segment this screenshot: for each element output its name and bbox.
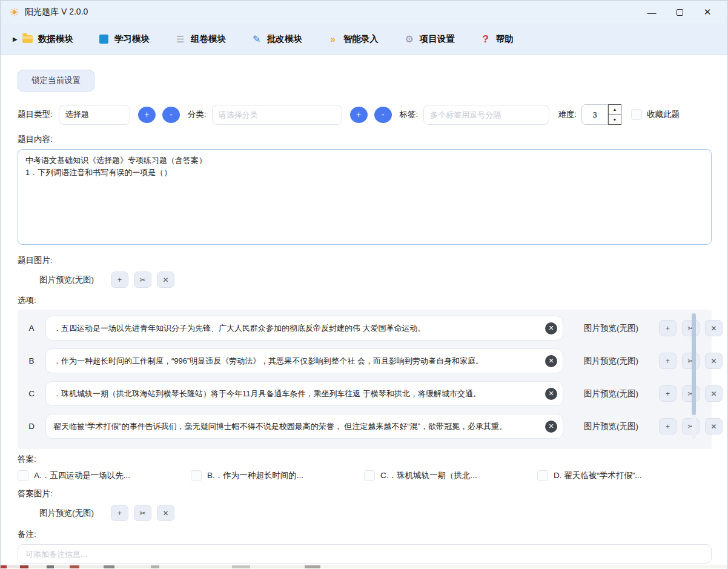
- crop-option-d-image-button[interactable]: ✂: [682, 418, 700, 434]
- title-bar: ☀ 阳光题库 V 2.0.0 — ✕: [1, 1, 727, 24]
- nav-item-data-module[interactable]: 数据模块: [22, 33, 73, 45]
- folder-icon: [22, 35, 33, 43]
- favorite-checkbox[interactable]: [631, 109, 642, 120]
- answer-a-checkbox[interactable]: [18, 470, 28, 481]
- lock-settings-button[interactable]: 锁定当前设置: [18, 70, 94, 92]
- option-b-image-preview: 图片预览(无图): [563, 356, 659, 367]
- add-answer-image-button[interactable]: +: [111, 505, 128, 521]
- difficulty-label: 难度:: [558, 109, 577, 120]
- remove-category-button[interactable]: -: [374, 107, 392, 123]
- option-a-image-preview: 图片预览(无图): [563, 323, 659, 334]
- nav-label: 数据模块: [38, 33, 73, 45]
- option-d-input[interactable]: [45, 414, 563, 439]
- option-c-input[interactable]: [45, 381, 563, 406]
- answer-image-preview: 图片预览(无图): [39, 508, 94, 519]
- answer-label: 答案:: [18, 454, 710, 465]
- option-d-image-preview: 图片预览(无图): [563, 421, 659, 432]
- clear-option-a-icon[interactable]: ✕: [545, 322, 557, 334]
- remark-label: 备注:: [18, 529, 710, 540]
- question-image-preview: 图片预览(无图): [39, 275, 94, 285]
- option-row-b: B ✕ 图片预览(无图) + ✂ ✕: [18, 347, 712, 375]
- gear-icon: ⚙: [404, 34, 415, 45]
- minimize-button[interactable]: —: [638, 3, 666, 21]
- option-c-image-preview: 图片预览(无图): [563, 388, 659, 399]
- question-image-label: 题目图片:: [18, 255, 710, 266]
- category-input[interactable]: [212, 105, 342, 125]
- difficulty-value[interactable]: 3: [581, 104, 608, 125]
- background-window-sliver: [1, 565, 727, 568]
- answer-d-checkbox[interactable]: [537, 470, 548, 481]
- remove-option-b-image-button[interactable]: ✕: [705, 353, 723, 369]
- crop-image-button[interactable]: ✂: [134, 271, 151, 288]
- remove-answer-image-button[interactable]: ✕: [157, 505, 174, 521]
- spin-down-button[interactable]: ▼: [608, 115, 621, 125]
- nav-bar: ▶ 数据模块 学习模块 ☰ 组卷模块 ✎ 批改模块 » 智能录入 ⚙ 项目设置 …: [1, 24, 727, 55]
- crop-option-a-image-button[interactable]: ✂: [682, 320, 700, 336]
- add-option-c-image-button[interactable]: +: [659, 385, 677, 402]
- remove-option-d-image-button[interactable]: ✕: [705, 418, 723, 434]
- clear-option-b-icon[interactable]: ✕: [545, 355, 557, 367]
- add-image-button[interactable]: +: [111, 271, 128, 288]
- favorite-label: 收藏此题: [647, 109, 680, 120]
- tree-caret-icon[interactable]: ▶: [13, 36, 18, 42]
- add-category-button[interactable]: +: [350, 107, 368, 123]
- crop-option-b-image-button[interactable]: ✂: [682, 353, 700, 369]
- answer-b-label: B.．作为一种超长时间的...: [207, 470, 303, 481]
- answer-c-checkbox[interactable]: [364, 470, 375, 481]
- add-type-button[interactable]: +: [138, 107, 156, 123]
- remove-type-button[interactable]: -: [162, 107, 180, 123]
- answer-image-row: 图片预览(无图) + ✂ ✕: [18, 505, 710, 521]
- remark-input[interactable]: [18, 544, 712, 564]
- answer-c-label: C.．珠机城轨一期（拱北...: [380, 470, 477, 481]
- answer-a-label: A.．五四运动是一场以先...: [34, 470, 130, 481]
- question-content-textarea[interactable]: 中考语文基础知识《选择题》专项练习题（含答案） 1．下列词语注音和书写有误的一项…: [18, 149, 712, 245]
- question-type-input[interactable]: [59, 105, 130, 125]
- clear-option-d-icon[interactable]: ✕: [545, 421, 557, 433]
- crop-option-c-image-button[interactable]: ✂: [682, 385, 700, 402]
- main-content: 锁定当前设置 题目类型: + - 分类: + - 标签: 难度: 3 ▲ ▼ 收…: [1, 55, 727, 569]
- app-title: 阳光题库 V 2.0.0: [25, 7, 88, 18]
- nav-label: 项目设置: [420, 33, 455, 45]
- category-label: 分类:: [188, 109, 207, 120]
- tags-input[interactable]: [423, 105, 549, 125]
- list-icon: ☰: [175, 34, 186, 45]
- remove-option-c-image-button[interactable]: ✕: [705, 385, 723, 402]
- difficulty-spinner: 3 ▲ ▼: [581, 104, 621, 125]
- nav-label: 学习模块: [114, 33, 150, 45]
- option-row-d: D ✕ 图片预览(无图) + ✂ ✕: [18, 412, 712, 441]
- window-controls: — ✕: [638, 3, 721, 21]
- nav-item-help[interactable]: ? 帮助: [480, 33, 514, 45]
- maximize-icon: [677, 9, 683, 16]
- pen-icon: ✎: [251, 34, 262, 45]
- options-scrollbar-thumb[interactable]: [692, 313, 696, 415]
- crop-answer-image-button[interactable]: ✂: [134, 505, 151, 521]
- add-option-a-image-button[interactable]: +: [659, 320, 677, 336]
- remove-option-a-image-button[interactable]: ✕: [705, 320, 723, 336]
- add-option-b-image-button[interactable]: +: [659, 353, 677, 369]
- question-type-label: 题目类型:: [18, 109, 53, 120]
- spin-up-button[interactable]: ▲: [608, 104, 621, 115]
- question-content-label: 题目内容:: [18, 134, 710, 145]
- option-letter: B: [18, 356, 45, 365]
- nav-label: 批改模块: [267, 33, 302, 45]
- clear-option-c-icon[interactable]: ✕: [545, 388, 557, 400]
- tags-label: 标签:: [400, 109, 419, 120]
- answer-item-d: D. 翟天临被“学术打假”...: [537, 470, 710, 481]
- book-icon: [99, 35, 108, 44]
- magic-entry-icon: »: [328, 34, 339, 45]
- remove-image-button[interactable]: ✕: [157, 271, 174, 288]
- option-b-input[interactable]: [45, 348, 563, 373]
- nav-item-study-module[interactable]: 学习模块: [99, 33, 150, 45]
- add-option-d-image-button[interactable]: +: [659, 418, 677, 434]
- answer-item-a: A.．五四运动是一场以先...: [18, 470, 191, 481]
- nav-item-grading-module[interactable]: ✎ 批改模块: [251, 33, 302, 45]
- nav-item-paper-module[interactable]: ☰ 组卷模块: [175, 33, 226, 45]
- maximize-button[interactable]: [666, 3, 693, 21]
- close-button[interactable]: ✕: [693, 3, 721, 21]
- option-a-input[interactable]: [45, 316, 563, 341]
- app-window: ☀ 阳光题库 V 2.0.0 — ✕ ▶ 数据模块 学习模块 ☰ 组卷模块 ✎ …: [0, 0, 728, 569]
- answer-b-checkbox[interactable]: [191, 470, 202, 481]
- nav-item-smart-entry[interactable]: » 智能录入: [328, 33, 379, 45]
- nav-item-project-settings[interactable]: ⚙ 项目设置: [404, 33, 455, 45]
- option-row-a: A ✕ 图片预览(无图) + ✂ ✕: [18, 314, 712, 342]
